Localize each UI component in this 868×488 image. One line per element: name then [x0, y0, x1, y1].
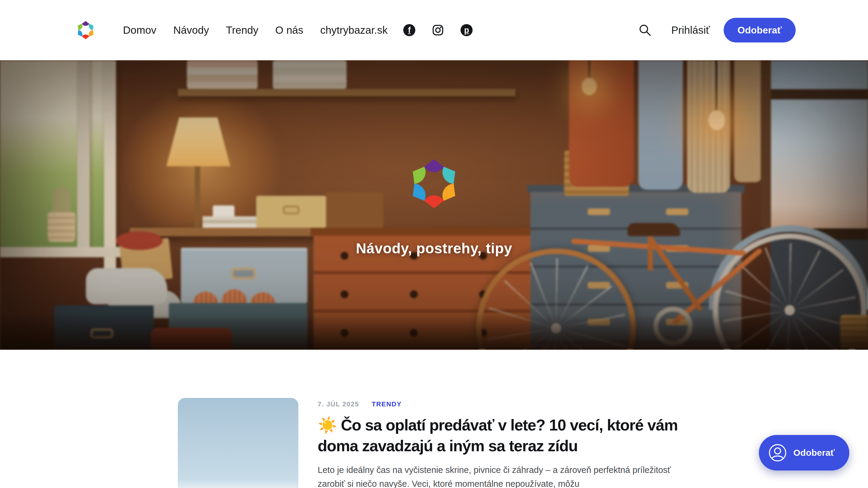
facebook-icon[interactable]: f [403, 24, 415, 36]
article-title-link[interactable]: ☀️ Čo sa oplatí predávať v lete? 10 vecí… [318, 415, 690, 456]
signin-link[interactable]: Prihlásiť [671, 24, 710, 36]
brand-logo-icon [76, 19, 95, 41]
nav-item-chytrybazar[interactable]: chytrybazar.sk [320, 24, 388, 36]
nav-item-trendy[interactable]: Trendy [226, 24, 258, 36]
search-icon [638, 23, 652, 37]
hero-overlay: Návody, postrehy, tipy [0, 60, 868, 350]
logo-petal-purple [82, 21, 89, 26]
logo-petal-red [424, 195, 444, 208]
floating-subscribe-label: Odoberať [793, 448, 835, 458]
article-date: 7. JÚL 2025 [318, 400, 359, 408]
article-text-column: 7. JÚL 2025 TRENDY ☀️ Čo sa oplatí predá… [318, 398, 690, 488]
article-card: 7. JÚL 2025 TRENDY ☀️ Čo sa oplatí predá… [178, 398, 690, 488]
nav-item-domov[interactable]: Domov [123, 24, 156, 36]
facebook-glyph: f [408, 26, 411, 35]
nav-item-o-nas[interactable]: O nás [275, 24, 303, 36]
article-thumbnail[interactable] [178, 398, 299, 488]
instagram-icon[interactable] [432, 24, 444, 36]
search-button[interactable] [638, 23, 652, 37]
pinterest-glyph: p [464, 26, 469, 35]
article-category-link[interactable]: TRENDY [372, 400, 401, 408]
instagram-glyph [432, 24, 444, 36]
account-avatar-icon [768, 443, 787, 462]
article-excerpt: Leto je ideálny čas na vyčistenie skrine… [318, 463, 690, 488]
logo-petal-red [82, 34, 89, 39]
hero-tagline: Návody, postrehy, tipy [356, 240, 513, 257]
header-subscribe-button[interactable]: Odoberať [724, 18, 796, 42]
social-links: f p [403, 24, 472, 36]
main-nav: Domov Návody Trendy O nás chytrybazar.sk [123, 24, 388, 36]
pinterest-icon[interactable]: p [461, 24, 472, 36]
main-content: 7. JÚL 2025 TRENDY ☀️ Čo sa oplatí predá… [0, 398, 868, 488]
logo-petal-purple [424, 159, 444, 172]
site-logo[interactable] [76, 19, 95, 41]
floating-subscribe-button[interactable]: Odoberať [759, 435, 849, 470]
article-meta: 7. JÚL 2025 TRENDY [318, 400, 690, 408]
hero-banner: Návody, postrehy, tipy [0, 60, 868, 350]
sun-emoji-icon: ☀️ [318, 416, 337, 434]
article-title-text: Čo sa oplatí predávať v lete? 10 vecí, k… [318, 416, 678, 455]
site-header: Domov Návody Trendy O nás chytrybazar.sk… [0, 0, 868, 60]
nav-item-navody[interactable]: Návody [173, 24, 209, 36]
hero-brand-logo-icon [408, 155, 460, 213]
